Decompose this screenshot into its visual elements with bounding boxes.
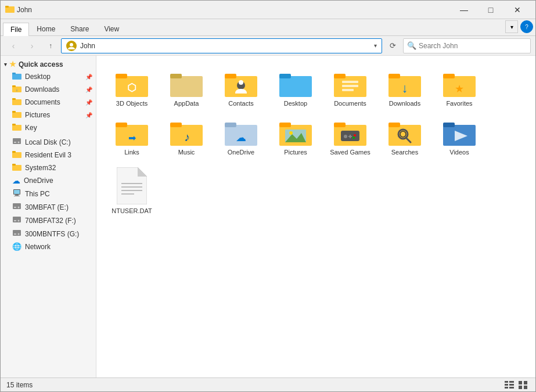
list-item[interactable]: ➡ Links <box>106 114 158 160</box>
search-box[interactable]: 🔍 <box>403 38 531 53</box>
sidebar-header-quick-access[interactable]: ▾ ★ Quick access <box>1 58 96 70</box>
svg-rect-93 <box>505 381 508 383</box>
ribbon-tabs: File Home Share View ▾ ? <box>1 19 535 35</box>
folder-icon-documents <box>12 98 21 107</box>
sidebar-item-300mbntfs[interactable]: 300MBNTFS (G:) <box>1 227 96 240</box>
folder-links-icon: ➡ <box>116 118 148 146</box>
list-item[interactable]: ☁ OneDrive <box>215 114 267 160</box>
folder-onedrive-icon: ☁ <box>225 118 257 146</box>
svg-point-70 <box>289 131 293 135</box>
svg-rect-16 <box>14 142 16 143</box>
tab-file[interactable]: File <box>3 23 29 36</box>
svg-rect-99 <box>519 381 522 384</box>
list-item[interactable]: ♪ Music <box>160 114 213 160</box>
list-item[interactable]: Searches <box>379 114 431 160</box>
sidebar-item-70mbfat32[interactable]: 70MBFAT32 (F:) <box>1 214 96 227</box>
svg-rect-85 <box>443 123 455 127</box>
list-item[interactable]: Contacts <box>215 65 267 112</box>
sidebar-item-label: 30MBFAT (E:) <box>25 203 69 211</box>
list-item[interactable]: Pictures <box>269 114 322 160</box>
sidebar-item-local-disk[interactable]: Local Disk (C:) <box>1 135 96 149</box>
svg-rect-7 <box>12 85 16 87</box>
folder-savedgames-icon <box>334 118 366 146</box>
svg-rect-97 <box>505 387 508 389</box>
item-label: Links <box>124 148 139 156</box>
svg-rect-55 <box>443 74 455 78</box>
svg-text:☁: ☁ <box>236 132 246 143</box>
sidebar-item-key[interactable]: Key <box>1 121 96 134</box>
svg-text:★: ★ <box>455 83 464 95</box>
tab-view[interactable]: View <box>96 22 127 35</box>
sidebar-item-onedrive[interactable]: ☁ OneDrive <box>1 174 96 187</box>
pin-icon: 📌 <box>85 99 92 106</box>
svg-rect-26 <box>13 203 21 209</box>
sidebar-item-30mbfat[interactable]: 30MBFAT (E:) <box>1 200 96 214</box>
refresh-button[interactable]: ⟳ <box>384 38 401 53</box>
svg-rect-21 <box>12 164 16 166</box>
maximize-button[interactable]: □ <box>477 1 504 19</box>
list-item[interactable]: NTUSER.DAT <box>106 163 158 219</box>
close-button[interactable]: ✕ <box>504 1 531 19</box>
sidebar-item-downloads[interactable]: ↓ Downloads 📌 <box>1 83 96 96</box>
minimize-button[interactable]: — <box>451 1 477 19</box>
address-path: John <box>80 42 370 50</box>
status-bar: 15 items <box>1 377 535 391</box>
quick-access-star-icon: ★ <box>9 60 16 69</box>
sidebar-item-label: Network <box>25 243 51 251</box>
svg-rect-41 <box>225 74 236 78</box>
sidebar-item-resident-evil[interactable]: Resident Evil 3 <box>1 149 96 161</box>
large-icons-view-button[interactable] <box>517 379 530 391</box>
list-item[interactable]: ★ Favorites <box>433 65 485 112</box>
svg-rect-39 <box>170 74 182 78</box>
tab-share[interactable]: Share <box>63 22 96 35</box>
svg-text:➡: ➡ <box>128 133 136 143</box>
folder-icon-desktop <box>12 72 21 81</box>
sidebar-item-pictures[interactable]: Pictures 📌 <box>1 109 96 121</box>
drive-icon <box>12 215 21 225</box>
svg-point-77 <box>354 134 356 136</box>
folder-icon <box>12 150 21 160</box>
list-item[interactable]: Desktop <box>269 65 322 112</box>
sidebar-item-documents[interactable]: Documents 📌 <box>1 96 96 109</box>
file-icon <box>117 167 147 204</box>
list-item[interactable]: ↓ Downloads <box>379 65 431 112</box>
svg-point-78 <box>352 136 355 139</box>
list-item[interactable]: Documents <box>324 65 376 112</box>
item-label: Favorites <box>446 99 472 107</box>
help-button[interactable]: ? <box>520 20 533 33</box>
tab-home[interactable]: Home <box>29 22 63 35</box>
address-dropdown-arrow[interactable]: ▾ <box>374 42 377 49</box>
svg-point-34 <box>18 233 20 235</box>
svg-point-31 <box>18 220 20 222</box>
list-item[interactable]: Saved Games <box>324 114 376 160</box>
list-item[interactable]: AppData <box>160 65 213 112</box>
onedrive-icon: ☁ <box>12 176 20 185</box>
address-input[interactable]: John ▾ <box>61 38 382 53</box>
sidebar-item-desktop[interactable]: Desktop 📌 <box>1 70 96 83</box>
item-label: Desktop <box>284 99 307 107</box>
address-bar: ‹ › ↑ John ▾ ⟳ 🔍 <box>1 36 535 56</box>
svg-rect-94 <box>509 381 514 383</box>
drive-icon <box>12 202 21 212</box>
svg-rect-96 <box>509 384 514 386</box>
sidebar-item-this-pc[interactable]: This PC <box>1 187 96 200</box>
sidebar-item-system32[interactable]: System32 <box>1 161 96 174</box>
up-button[interactable]: ↑ <box>42 38 59 53</box>
forward-button[interactable]: › <box>24 38 40 53</box>
search-input[interactable] <box>419 42 527 50</box>
list-item[interactable]: ⬡ 3D Objects <box>106 65 158 112</box>
list-item[interactable]: Videos <box>433 114 485 160</box>
folder-icon-pictures <box>12 110 21 120</box>
svg-rect-36 <box>116 74 127 78</box>
sidebar-item-label: Pictures <box>25 111 50 119</box>
sidebar-item-label: Resident Evil 3 <box>25 151 71 159</box>
ribbon-collapse-button[interactable]: ▾ <box>505 20 518 33</box>
back-button[interactable]: ‹ <box>5 38 21 53</box>
sidebar-item-network[interactable]: 🌐 Network <box>1 240 96 253</box>
sidebar-item-label: System32 <box>25 164 56 172</box>
folder-contacts-icon <box>225 69 257 97</box>
svg-text:↓: ↓ <box>16 88 18 92</box>
sidebar-item-label: Key <box>25 124 37 132</box>
details-view-button[interactable] <box>503 379 516 391</box>
svg-rect-32 <box>13 230 21 236</box>
